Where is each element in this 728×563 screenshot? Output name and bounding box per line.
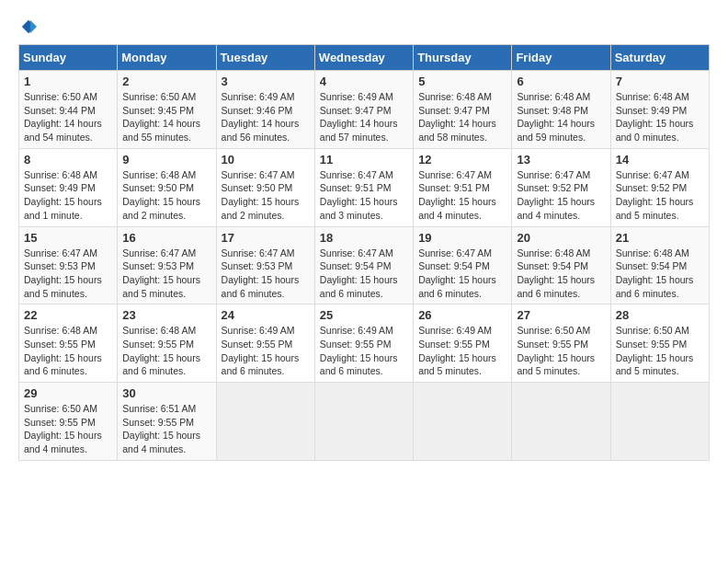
day-detail: Sunrise: 6:47 AMSunset: 9:50 PMDaylight:… <box>222 168 310 223</box>
day-detail: Sunrise: 6:49 AMSunset: 9:46 PMDaylight:… <box>222 90 310 144</box>
calendar-cell: 22Sunrise: 6:48 AMSunset: 9:55 PMDayligh… <box>19 304 118 383</box>
day-number: 7 <box>616 75 704 88</box>
day-number: 21 <box>616 231 704 245</box>
day-detail: Sunrise: 6:47 AMSunset: 9:52 PMDaylight:… <box>616 168 704 223</box>
day-number: 29 <box>24 386 112 400</box>
day-number: 10 <box>222 153 310 167</box>
calendar-cell: 18Sunrise: 6:47 AMSunset: 9:54 PMDayligh… <box>314 226 413 304</box>
calendar-cell: 30Sunrise: 6:51 AMSunset: 9:55 PMDayligh… <box>118 383 216 461</box>
day-number: 2 <box>122 75 210 88</box>
day-detail: Sunrise: 6:48 AMSunset: 9:47 PMDaylight:… <box>418 90 506 144</box>
day-detail: Sunrise: 6:49 AMSunset: 9:55 PMDaylight:… <box>222 324 310 378</box>
calendar-cell: 12Sunrise: 6:47 AMSunset: 9:51 PMDayligh… <box>414 148 512 226</box>
day-number: 17 <box>222 231 310 245</box>
day-detail: Sunrise: 6:48 AMSunset: 9:55 PMDaylight:… <box>24 324 112 378</box>
day-number: 19 <box>418 231 506 245</box>
day-detail: Sunrise: 6:48 AMSunset: 9:48 PMDaylight:… <box>517 90 605 144</box>
day-detail: Sunrise: 6:48 AMSunset: 9:54 PMDaylight:… <box>616 247 704 301</box>
day-header: Thursday <box>414 45 512 71</box>
calendar-cell: 1Sunrise: 6:50 AMSunset: 9:44 PMDaylight… <box>19 71 118 149</box>
calendar-cell: 10Sunrise: 6:47 AMSunset: 9:50 PMDayligh… <box>216 148 314 226</box>
calendar-cell <box>314 383 413 461</box>
day-header: Sunday <box>19 45 118 71</box>
day-number: 23 <box>122 308 210 322</box>
day-detail: Sunrise: 6:47 AMSunset: 9:54 PMDaylight:… <box>320 247 408 301</box>
calendar-cell: 4Sunrise: 6:49 AMSunset: 9:47 PMDaylight… <box>314 71 413 149</box>
calendar-cell: 14Sunrise: 6:47 AMSunset: 9:52 PMDayligh… <box>610 148 709 226</box>
calendar-cell: 11Sunrise: 6:47 AMSunset: 9:51 PMDayligh… <box>314 148 413 226</box>
day-number: 27 <box>517 308 605 322</box>
calendar-cell: 6Sunrise: 6:48 AMSunset: 9:48 PMDaylight… <box>512 71 610 149</box>
calendar-cell <box>512 383 610 461</box>
day-number: 22 <box>24 308 112 322</box>
day-number: 24 <box>222 308 310 322</box>
calendar-cell: 16Sunrise: 6:47 AMSunset: 9:53 PMDayligh… <box>118 226 216 304</box>
day-header: Friday <box>512 45 610 71</box>
calendar-cell <box>414 383 512 461</box>
calendar-week-row: 1Sunrise: 6:50 AMSunset: 9:44 PMDaylight… <box>19 71 710 149</box>
calendar-week-row: 29Sunrise: 6:50 AMSunset: 9:55 PMDayligh… <box>19 383 710 461</box>
svg-marker-1 <box>30 20 37 33</box>
calendar-cell: 9Sunrise: 6:48 AMSunset: 9:50 PMDaylight… <box>118 148 216 226</box>
day-number: 3 <box>222 75 310 88</box>
calendar-cell: 21Sunrise: 6:48 AMSunset: 9:54 PMDayligh… <box>610 226 709 304</box>
calendar-cell: 2Sunrise: 6:50 AMSunset: 9:45 PMDaylight… <box>118 71 216 149</box>
day-number: 30 <box>122 386 210 400</box>
day-number: 26 <box>418 308 506 322</box>
logo <box>18 18 37 35</box>
day-number: 20 <box>517 231 605 245</box>
day-number: 6 <box>517 75 605 88</box>
calendar-cell: 27Sunrise: 6:50 AMSunset: 9:55 PMDayligh… <box>512 304 610 383</box>
day-number: 8 <box>24 153 112 167</box>
day-number: 14 <box>616 153 704 167</box>
calendar-cell: 15Sunrise: 6:47 AMSunset: 9:53 PMDayligh… <box>19 226 118 304</box>
calendar-cell: 17Sunrise: 6:47 AMSunset: 9:53 PMDayligh… <box>216 226 314 304</box>
calendar-cell: 5Sunrise: 6:48 AMSunset: 9:47 PMDaylight… <box>414 71 512 149</box>
day-header: Tuesday <box>216 45 314 71</box>
day-detail: Sunrise: 6:48 AMSunset: 9:49 PMDaylight:… <box>24 168 112 223</box>
day-detail: Sunrise: 6:47 AMSunset: 9:53 PMDaylight:… <box>122 247 210 301</box>
calendar-cell: 28Sunrise: 6:50 AMSunset: 9:55 PMDayligh… <box>610 304 709 383</box>
calendar-body: 1Sunrise: 6:50 AMSunset: 9:44 PMDaylight… <box>19 71 710 461</box>
day-number: 9 <box>122 153 210 167</box>
day-detail: Sunrise: 6:51 AMSunset: 9:55 PMDaylight:… <box>122 402 210 456</box>
calendar-cell: 23Sunrise: 6:48 AMSunset: 9:55 PMDayligh… <box>118 304 216 383</box>
calendar-cell: 24Sunrise: 6:49 AMSunset: 9:55 PMDayligh… <box>216 304 314 383</box>
day-number: 18 <box>320 231 408 245</box>
day-header: Saturday <box>610 45 709 71</box>
calendar-table: SundayMondayTuesdayWednesdayThursdayFrid… <box>18 44 710 461</box>
logo-icon <box>20 18 37 35</box>
day-detail: Sunrise: 6:48 AMSunset: 9:54 PMDaylight:… <box>517 247 605 301</box>
day-detail: Sunrise: 6:47 AMSunset: 9:51 PMDaylight:… <box>320 168 408 223</box>
calendar-cell: 19Sunrise: 6:47 AMSunset: 9:54 PMDayligh… <box>414 226 512 304</box>
calendar-week-row: 8Sunrise: 6:48 AMSunset: 9:49 PMDaylight… <box>19 148 710 226</box>
day-detail: Sunrise: 6:50 AMSunset: 9:44 PMDaylight:… <box>24 90 112 144</box>
calendar-cell: 13Sunrise: 6:47 AMSunset: 9:52 PMDayligh… <box>512 148 610 226</box>
day-detail: Sunrise: 6:47 AMSunset: 9:51 PMDaylight:… <box>418 168 506 223</box>
day-detail: Sunrise: 6:49 AMSunset: 9:55 PMDaylight:… <box>320 324 408 378</box>
day-number: 5 <box>418 75 506 88</box>
calendar-cell: 8Sunrise: 6:48 AMSunset: 9:49 PMDaylight… <box>19 148 118 226</box>
day-number: 4 <box>320 75 408 88</box>
day-number: 12 <box>418 153 506 167</box>
day-header: Monday <box>118 45 216 71</box>
day-detail: Sunrise: 6:48 AMSunset: 9:49 PMDaylight:… <box>616 90 704 144</box>
day-number: 11 <box>320 153 408 167</box>
day-detail: Sunrise: 6:49 AMSunset: 9:55 PMDaylight:… <box>418 324 506 378</box>
day-number: 25 <box>320 308 408 322</box>
header <box>18 18 710 35</box>
day-number: 1 <box>24 75 112 88</box>
day-detail: Sunrise: 6:49 AMSunset: 9:47 PMDaylight:… <box>320 90 408 144</box>
calendar-week-row: 15Sunrise: 6:47 AMSunset: 9:53 PMDayligh… <box>19 226 710 304</box>
day-detail: Sunrise: 6:47 AMSunset: 9:54 PMDaylight:… <box>418 247 506 301</box>
day-number: 28 <box>616 308 704 322</box>
day-header: Wednesday <box>314 45 413 71</box>
calendar-cell <box>610 383 709 461</box>
day-detail: Sunrise: 6:48 AMSunset: 9:50 PMDaylight:… <box>122 168 210 223</box>
day-number: 13 <box>517 153 605 167</box>
calendar-cell: 29Sunrise: 6:50 AMSunset: 9:55 PMDayligh… <box>19 383 118 461</box>
day-detail: Sunrise: 6:50 AMSunset: 9:55 PMDaylight:… <box>616 324 704 378</box>
calendar-header-row: SundayMondayTuesdayWednesdayThursdayFrid… <box>19 45 710 71</box>
day-number: 16 <box>122 231 210 245</box>
day-detail: Sunrise: 6:47 AMSunset: 9:53 PMDaylight:… <box>222 247 310 301</box>
